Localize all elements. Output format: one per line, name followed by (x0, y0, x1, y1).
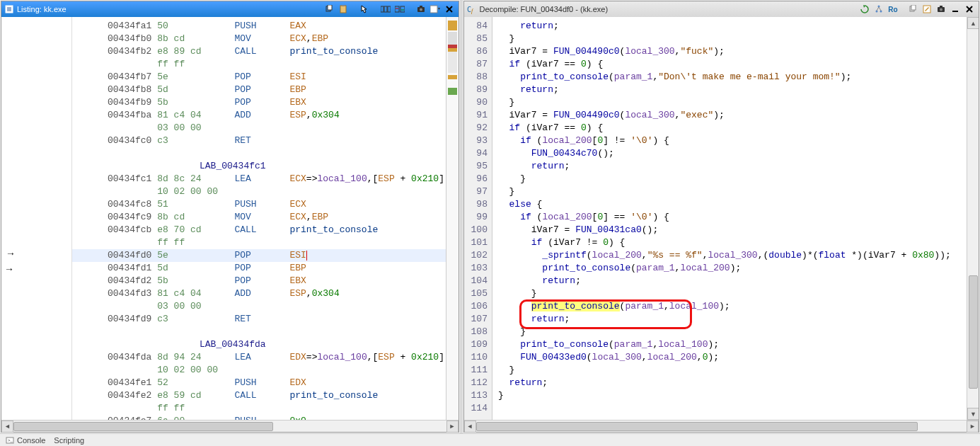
dropdown-icon[interactable] (429, 4, 442, 15)
code-line[interactable]: } (498, 287, 961, 300)
listing-line[interactable]: LAB_00434fda (72, 338, 446, 351)
close-icon[interactable] (963, 4, 976, 15)
close-icon[interactable] (443, 4, 456, 15)
code-line[interactable]: FUN_00434c70(); (498, 147, 961, 160)
scroll-up-icon[interactable]: ▲ (967, 17, 979, 29)
code-line[interactable]: } (498, 326, 961, 338)
listing-line[interactable]: 00434fc8 51 PUSH ECX (72, 198, 446, 211)
code-line[interactable]: return; (498, 20, 961, 33)
listing-line[interactable]: 00434fd3 81 c4 04 ADD ESP,0x304 (72, 287, 446, 300)
decompile-body[interactable]: return; } iVar7 = FUN_004490c0(local_300… (492, 17, 967, 420)
tab-scripting[interactable]: Scripting (54, 436, 84, 445)
code-line[interactable]: iVar7 = FUN_004490c0(local_300,"exec"); (498, 109, 961, 122)
listing-line[interactable]: 00434fb0 8b cd MOV ECX,EBP (72, 33, 446, 45)
listing-body[interactable]: 00434fa1 50 PUSH EAX00434fb0 8b cd MOV E… (72, 17, 446, 420)
code-line[interactable]: if (local_200[0] != '\0') { (498, 135, 961, 147)
listing-line[interactable] (72, 326, 446, 338)
code-line[interactable]: } (498, 173, 961, 185)
listing-line[interactable]: 03 00 00 (72, 122, 446, 135)
listing-line[interactable]: 00434fcb e8 70 cd CALL print_to_console (72, 224, 446, 236)
code-line[interactable]: return; (498, 160, 961, 173)
scroll-left-icon[interactable]: ◄ (464, 421, 476, 433)
cursor-icon[interactable] (358, 4, 371, 15)
code-line[interactable]: iVar7 = FUN_00431ca0(); (498, 224, 961, 236)
code-line[interactable]: _sprintf(local_200,"%s == %f",local_300,… (498, 249, 961, 262)
paste-icon[interactable] (337, 4, 350, 15)
code-line[interactable]: else { (498, 198, 961, 211)
listing-line[interactable]: 00434fba 81 c4 04 ADD ESP,0x304 (72, 109, 446, 122)
listing-line[interactable]: 10 02 00 00 (72, 364, 446, 377)
code-line[interactable]: return; (498, 313, 961, 326)
snapshot-icon[interactable] (415, 4, 427, 15)
scroll-right-icon[interactable]: ► (446, 421, 459, 433)
listing-line[interactable] (72, 147, 446, 160)
listing-line[interactable]: 00434fd0 5e POP ESI (72, 249, 446, 262)
listing-line[interactable]: 00434fd9 c3 RET (72, 313, 446, 326)
listing-line[interactable]: 00434fa1 50 PUSH EAX (72, 20, 446, 33)
fields-icon[interactable] (379, 4, 392, 15)
listing-line[interactable]: 00434fe1 52 PUSH EDX (72, 377, 446, 389)
listing-line[interactable]: 03 00 00 (72, 300, 446, 313)
svg-line-26 (877, 7, 879, 11)
listing-line[interactable]: 00434fc1 8d 8c 24 LEA ECX=>local_100,[ES… (72, 173, 446, 185)
arrow-right-icon: → (6, 248, 16, 259)
snapshot-icon[interactable] (935, 4, 947, 15)
listing-line[interactable]: 10 02 00 00 (72, 185, 446, 198)
listing-line[interactable]: 00434fc9 8b cd MOV ECX,EBP (72, 211, 446, 224)
diff-icon[interactable] (393, 4, 406, 15)
listing-line[interactable]: 00434fb9 5b POP EBX (72, 96, 446, 109)
code-line[interactable]: return; (498, 84, 961, 96)
listing-line[interactable]: LAB_00434fc1 (72, 160, 446, 173)
code-line[interactable] (498, 402, 961, 415)
listing-line[interactable]: 00434fda 8d 94 24 LEA EDX=>local_100,[ES… (72, 351, 446, 364)
listing-line[interactable]: 00434fb7 5e POP ESI (72, 71, 446, 84)
copy-icon[interactable] (323, 4, 335, 15)
code-line[interactable]: } (498, 96, 961, 109)
code-line[interactable]: iVar7 = FUN_004490c0(local_300,"fuck"); (498, 45, 961, 58)
code-line[interactable]: } (498, 364, 961, 377)
code-line[interactable]: } (498, 185, 961, 198)
listing-scroll-h[interactable]: ◄ ► (1, 420, 459, 432)
line-number: 103 (471, 262, 488, 275)
svg-rect-12 (400, 6, 405, 12)
refresh-icon[interactable] (858, 4, 871, 15)
listing-line[interactable]: ff ff (72, 58, 446, 71)
listing-line[interactable]: 00434fd1 5d POP EBP (72, 262, 446, 275)
ro-badge[interactable]: Ro (887, 4, 899, 15)
edit-icon[interactable] (921, 4, 933, 15)
code-line[interactable]: } (498, 33, 961, 45)
code-line[interactable]: if (iVar7 == 0) { (498, 122, 961, 135)
code-line[interactable]: return; (498, 275, 961, 287)
listing-minimap[interactable] (446, 17, 459, 420)
panel-splitter[interactable] (460, 0, 463, 433)
code-line[interactable]: FUN_00433ed0(local_300,local_200,0); (498, 351, 961, 364)
listing-titlebar[interactable]: Listing: kk.exe (1, 1, 459, 17)
code-line[interactable]: print_to_console(param_1,local_100); (498, 300, 961, 313)
code-line[interactable]: return; (498, 377, 961, 389)
listing-line[interactable]: 00434fd2 5b POP EBX (72, 275, 446, 287)
listing-line[interactable]: 00434fc0 c3 RET (72, 135, 446, 147)
decompile-scroll-h[interactable]: ◄ ► (464, 420, 979, 432)
code-line[interactable]: print_to_console(param_1,local_100); (498, 338, 961, 351)
decompile-scroll-v[interactable]: ▲ ▼ (967, 17, 979, 420)
scroll-left-icon[interactable]: ◄ (1, 421, 13, 433)
scroll-down-icon[interactable]: ▼ (967, 408, 979, 420)
code-line[interactable]: if (local_200[0] == '\0') { (498, 211, 961, 224)
listing-line[interactable]: 00434fb2 e8 89 cd CALL print_to_console (72, 45, 446, 58)
copy-icon[interactable] (906, 4, 919, 15)
listing-line[interactable]: 00434fb8 5d POP EBP (72, 84, 446, 96)
listing-line[interactable]: 00434fe2 e8 59 cd CALL print_to_console (72, 389, 446, 402)
code-line[interactable]: print_to_console(param_1,"Don\'t make me… (498, 71, 961, 84)
tree-icon[interactable] (872, 4, 885, 15)
code-line[interactable]: print_to_console(param_1,local_200); (498, 262, 961, 275)
minimize-icon[interactable] (949, 4, 962, 15)
code-line[interactable]: if (iVar7 == 0) { (498, 58, 961, 71)
code-line[interactable]: } (498, 389, 961, 402)
listing-line[interactable]: ff ff (72, 236, 446, 249)
decompile-titlebar[interactable]: Cf Decompile: FUN_00434df0 - (kk.exe) Ro (464, 1, 979, 17)
code-line[interactable]: if (iVar7 != 0) { (498, 236, 961, 249)
scroll-right-icon[interactable]: ► (967, 421, 979, 433)
listing-line[interactable]: 00434fe7 6a 00 PUSH 0x0 (72, 415, 446, 420)
tab-console[interactable]: Console (17, 436, 45, 445)
listing-line[interactable]: ff ff (72, 402, 446, 415)
